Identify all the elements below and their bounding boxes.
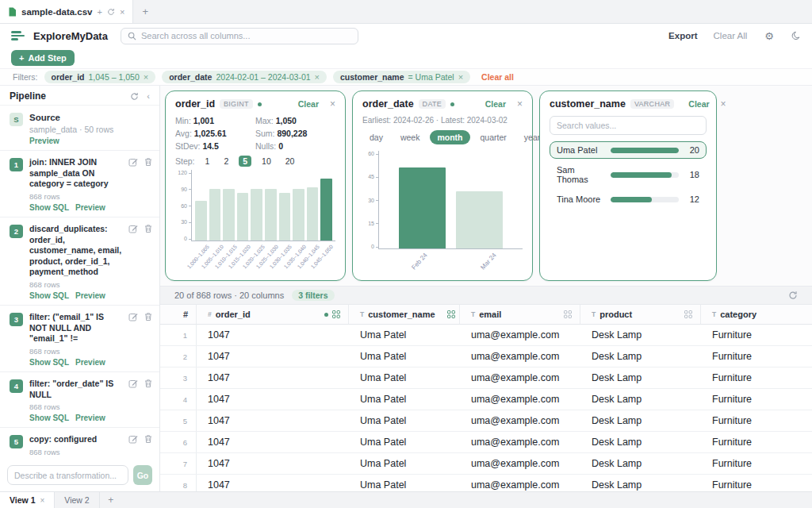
preview-link[interactable]: Preview [75,203,105,212]
histogram-bar[interactable] [307,187,319,241]
chip-close-icon[interactable]: × [144,72,148,82]
table-cell[interactable]: Furniture [701,475,812,491]
close-card-icon[interactable]: × [330,98,335,110]
table-cell[interactable]: uma@example.com [460,475,580,491]
tab-plus-icon[interactable]: + [98,7,102,17]
value-row[interactable]: Uma Patel20 [550,141,707,159]
table-cell[interactable]: Desk Lamp [580,346,701,367]
filters-count-chip[interactable]: 3 filters [292,290,334,301]
pipeline-step-source[interactable]: S Source sample_data · 50 rows Preview [0,106,159,151]
pipeline-step-2[interactable]: 2 discard_duplicates: order_id, customer… [0,217,159,306]
column-header-email[interactable]: T email [460,305,580,324]
table-cell[interactable]: 1047 [197,432,349,452]
filter-chip-customer-name[interactable]: customer_name = Uma Patel × [333,71,470,83]
table-cell[interactable]: uma@example.com [460,432,580,452]
column-header-product[interactable]: T product [580,305,701,324]
edit-step-icon[interactable] [128,434,138,444]
tab-refresh-icon[interactable] [107,8,115,16]
table-row[interactable]: 41047Uma Pateluma@example.comDesk LampFu… [160,389,812,410]
add-view-button[interactable]: + [100,492,122,508]
tab-close-icon[interactable]: × [120,7,124,17]
delete-step-icon[interactable] [144,157,153,167]
edit-step-icon[interactable] [128,312,138,321]
clear-all-filters-link[interactable]: Clear all [481,72,514,82]
table-cell[interactable]: Uma Patel [349,389,460,410]
pipeline-step-4[interactable]: 4 filter: "order_date" IS NULL 868 rows … [0,372,159,428]
table-row[interactable]: 11047Uma Pateluma@example.comDesk LampFu… [160,325,812,346]
table-cell[interactable]: Uma Patel [349,325,460,345]
table-row[interactable]: 81047Uma Pateluma@example.comDesk LampFu… [160,475,812,491]
pipeline-step-1[interactable]: 1 join: INNER JOIN sample_data ON catego… [0,151,159,217]
table-cell[interactable]: 1047 [197,368,349,388]
histogram-bar[interactable] [265,189,277,241]
export-button[interactable]: Export [668,31,697,40]
edit-step-icon[interactable] [128,224,138,233]
histogram-bar[interactable] [195,201,207,241]
dark-mode-moon-icon[interactable] [791,31,801,40]
table-cell[interactable]: Furniture [701,325,812,345]
table-cell[interactable]: Furniture [701,346,812,367]
histogram-bar[interactable] [251,189,262,241]
delete-step-icon[interactable] [144,224,153,233]
histogram-bar[interactable] [237,193,249,241]
table-row[interactable]: 31047Uma Pateluma@example.comDesk LampFu… [160,368,812,389]
table-cell[interactable]: Desk Lamp [580,389,701,410]
histogram-bar[interactable] [279,193,291,241]
show-sql-link[interactable]: Show SQL [29,203,69,212]
table-cell[interactable]: Uma Patel [349,453,460,474]
delete-step-icon[interactable] [144,434,153,444]
table-cell[interactable]: uma@example.com [460,410,580,431]
clear-all-button[interactable]: Clear All [714,31,748,40]
table-row[interactable]: 71047Uma Pateluma@example.comDesk LampFu… [160,453,812,475]
table-cell[interactable]: 1047 [197,346,349,367]
table-cell[interactable]: Desk Lamp [580,475,701,491]
table-cell[interactable]: Desk Lamp [580,368,701,388]
table-cell[interactable]: 1047 [197,325,349,345]
step-option[interactable]: 20 [282,156,299,167]
table-cell[interactable]: Uma Patel [349,368,460,388]
go-button[interactable]: Go [133,465,152,485]
table-refresh-icon[interactable] [788,291,798,300]
table-cell[interactable]: uma@example.com [460,389,580,410]
table-cell[interactable]: Uma Patel [349,410,460,431]
table-cell[interactable]: Furniture [701,453,812,474]
grid-view-icon[interactable] [564,310,572,318]
delete-step-icon[interactable] [144,312,153,321]
table-cell[interactable]: Desk Lamp [580,432,701,452]
table-cell[interactable]: Uma Patel [349,346,460,367]
preview-link[interactable]: Preview [75,358,105,367]
granularity-option[interactable]: day [362,130,390,144]
histogram-bar[interactable] [320,179,332,241]
step-option-selected[interactable]: 5 [239,156,251,167]
step-option[interactable]: 10 [258,156,275,167]
granularity-option[interactable]: quarter [473,130,514,144]
column-header-order-id[interactable]: # order_id [197,305,349,324]
table-cell[interactable]: Desk Lamp [580,410,701,431]
histogram-bar[interactable] [399,167,446,249]
clear-filter-link[interactable]: Clear [485,99,506,109]
add-step-button[interactable]: + Add Step [11,50,75,66]
close-card-icon[interactable]: × [721,98,726,110]
view-tab-2[interactable]: View 2 [55,492,99,508]
pipeline-refresh-icon[interactable] [130,92,139,101]
chip-close-icon[interactable]: × [458,72,463,82]
close-view-icon[interactable]: × [40,496,45,505]
value-search-input[interactable] [550,116,707,135]
global-search[interactable] [121,28,358,44]
chip-close-icon[interactable]: × [315,72,320,82]
clear-filter-link[interactable]: Clear [298,99,319,109]
histogram-bar[interactable] [456,191,504,248]
table-cell[interactable]: uma@example.com [460,325,580,345]
show-sql-link[interactable]: Show SQL [29,414,69,422]
settings-gear-icon[interactable]: ⚙ [764,30,774,42]
granularity-option-selected[interactable]: month [430,130,469,144]
file-tab[interactable]: sample-data.csv + × [0,0,133,23]
grid-view-icon[interactable] [684,310,692,318]
filter-chip-order-id[interactable]: order_id 1,045 – 1,050 × [44,71,156,83]
table-cell[interactable]: uma@example.com [460,346,580,367]
table-cell[interactable]: 1047 [197,410,349,431]
collapse-sidebar-chevron-icon[interactable]: ‹ [147,91,150,101]
edit-step-icon[interactable] [128,157,138,167]
show-sql-link[interactable]: Show SQL [29,358,69,367]
table-cell[interactable]: Desk Lamp [580,453,701,474]
